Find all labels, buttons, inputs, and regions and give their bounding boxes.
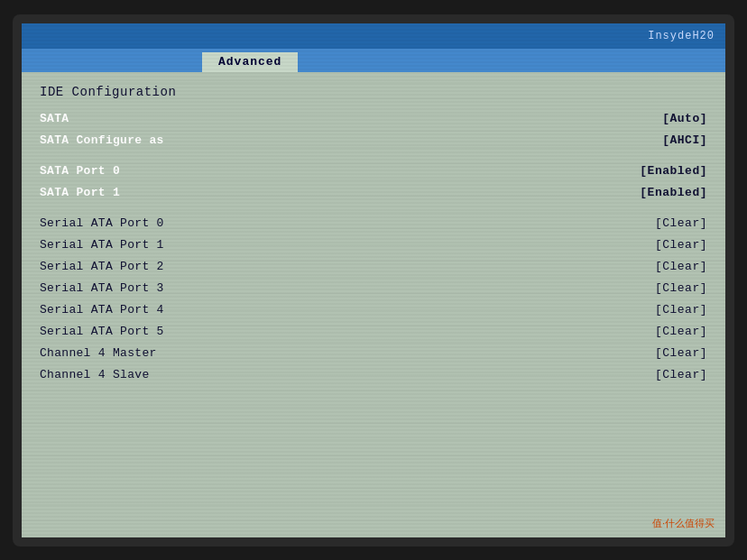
row-label: SATA Port 0 (40, 164, 120, 178)
row-value: [Clear] (655, 281, 707, 295)
section-title: IDE Configuration (40, 85, 707, 99)
row-value: [Clear] (655, 368, 707, 381)
table-row[interactable]: Channel 4 Slave[Clear] (40, 366, 707, 384)
table-row[interactable]: Serial ATA Port 4[Clear] (40, 301, 707, 319)
table-row[interactable]: Serial ATA Port 5[Clear] (40, 323, 707, 341)
header-bar: InsydeH20 (22, 23, 725, 49)
bios-screen: InsydeH20 Advanced IDE Configuration SAT… (22, 23, 725, 537)
table-row[interactable]: SATA[Auto] (40, 110, 707, 128)
row-label: Serial ATA Port 4 (40, 303, 164, 317)
row-value: [Clear] (655, 346, 707, 360)
row-value: [Enabled] (640, 186, 707, 199)
row-spacer (40, 206, 707, 215)
table-row[interactable]: SATA Port 1[Enabled] (40, 184, 707, 202)
row-label: Channel 4 Master (40, 346, 157, 360)
row-value: [Clear] (655, 260, 707, 273)
row-value: [Clear] (655, 238, 707, 252)
table-row[interactable]: SATA Configure as[AHCI] (40, 132, 707, 150)
row-value: [AHCI] (662, 133, 707, 147)
row-label: SATA Port 1 (40, 186, 120, 199)
row-label: Serial ATA Port 2 (40, 260, 164, 273)
row-value: [Auto] (662, 112, 707, 125)
table-row[interactable]: Serial ATA Port 2[Clear] (40, 258, 707, 276)
content-area: IDE Configuration SATA[Auto]SATA Configu… (22, 72, 725, 537)
row-label: SATA (40, 112, 69, 125)
table-row[interactable]: Serial ATA Port 1[Clear] (40, 236, 707, 254)
row-label: Channel 4 Slave (40, 368, 150, 381)
row-label: Serial ATA Port 0 (40, 216, 164, 230)
brand-label: InsydeH20 (648, 30, 715, 42)
monitor: InsydeH20 Advanced IDE Configuration SAT… (13, 14, 734, 546)
row-value: [Clear] (655, 216, 707, 230)
table-row[interactable]: Channel 4 Master[Clear] (40, 344, 707, 363)
table-row[interactable]: Serial ATA Port 3[Clear] (40, 280, 707, 298)
config-rows: SATA[Auto]SATA Configure as[AHCI]SATA Po… (40, 110, 707, 384)
row-label: SATA Configure as (40, 133, 164, 147)
table-row[interactable]: Serial ATA Port 0[Clear] (40, 215, 707, 233)
tab-bar: Advanced (22, 49, 725, 72)
row-value: [Clear] (655, 303, 707, 317)
row-spacer (40, 153, 707, 162)
watermark: 值·什么值得买 (652, 517, 715, 530)
row-label: Serial ATA Port 3 (40, 281, 164, 295)
row-value: [Enabled] (640, 164, 707, 178)
table-row[interactable]: SATA Port 0[Enabled] (40, 162, 707, 180)
row-value: [Clear] (655, 325, 707, 338)
row-label: Serial ATA Port 5 (40, 325, 164, 338)
tab-advanced[interactable]: Advanced (202, 52, 298, 72)
row-label: Serial ATA Port 1 (40, 238, 164, 252)
